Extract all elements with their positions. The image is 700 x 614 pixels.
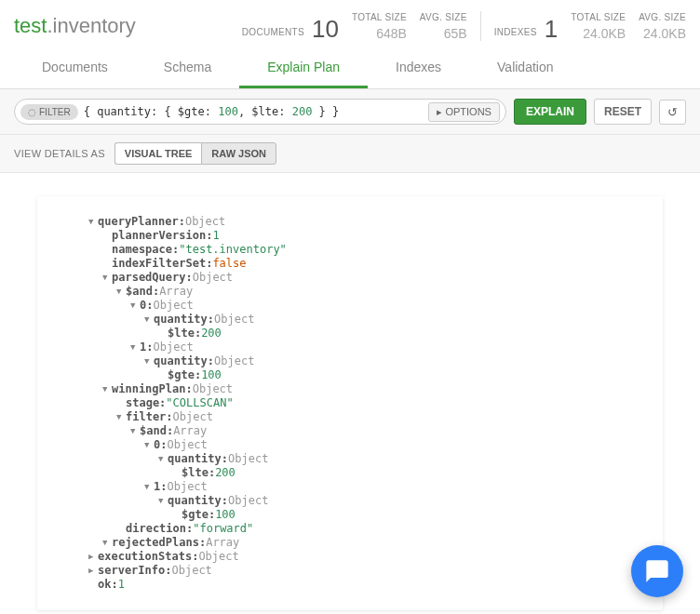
json-row[interactable]: 0: Object <box>51 438 649 452</box>
tab-indexes[interactable]: Indexes <box>368 48 469 88</box>
json-row[interactable]: 1: Object <box>51 340 649 354</box>
chevron-down-icon[interactable] <box>130 300 140 311</box>
json-row[interactable]: parsedQuery: Object <box>51 271 649 285</box>
json-row[interactable]: filter: Object <box>51 410 649 424</box>
chevron-down-icon[interactable] <box>130 342 140 353</box>
chevron-down-icon[interactable] <box>144 440 154 450</box>
filter-badge: ◌ FILTER <box>20 104 78 120</box>
namespace-db: test <box>14 14 47 37</box>
chevron-down-icon[interactable] <box>102 273 112 283</box>
indexes-label: INDEXES <box>494 27 537 37</box>
indexes-count: 1 <box>545 17 558 41</box>
documents-count: 10 <box>312 17 339 41</box>
tabs-bar: Documents Schema Explain Plan Indexes Va… <box>0 48 700 89</box>
documents-label: DOCUMENTS <box>242 27 304 37</box>
json-row[interactable]: $and: Array <box>51 285 649 299</box>
json-row[interactable]: $gte: 100 <box>51 508 649 522</box>
chevron-down-icon[interactable] <box>88 217 98 227</box>
chevron-down-icon[interactable] <box>158 496 168 506</box>
tab-schema[interactable]: Schema <box>136 48 239 88</box>
chevron-down-icon[interactable] <box>130 426 140 436</box>
chevron-right-icon[interactable] <box>88 566 98 576</box>
json-row[interactable]: namespace: "test.inventory" <box>51 243 649 257</box>
json-row[interactable]: executionStats: Object <box>51 550 649 564</box>
reset-button[interactable]: RESET <box>594 99 652 125</box>
json-row[interactable]: $and: Array <box>51 424 649 438</box>
chevron-down-icon[interactable] <box>102 384 112 394</box>
docs-avg-size-label: AVG. SIZE <box>420 12 467 22</box>
chevron-down-icon[interactable] <box>158 454 168 464</box>
history-icon: ↺ <box>667 105 678 119</box>
filter-clock-icon: ◌ <box>28 107 36 117</box>
options-button[interactable]: ▸ OPTIONS <box>428 102 500 122</box>
filter-bar: ◌ FILTER { quantity: { $gte: 100, $lte: … <box>0 89 700 135</box>
namespace-label: test.inventory <box>14 14 136 38</box>
view-details-label: VIEW DETAILS AS <box>14 148 105 159</box>
view-raw-json-button[interactable]: RAW JSON <box>201 142 276 165</box>
json-row[interactable]: 0: Object <box>51 299 649 313</box>
json-row[interactable]: rejectedPlans: Array <box>51 536 649 550</box>
caret-right-icon: ▸ <box>437 106 442 118</box>
json-row[interactable]: direction: "forward" <box>51 522 649 536</box>
idx-avg-size: 24.0KB <box>643 26 686 41</box>
json-row[interactable]: indexFilterSet: false <box>51 257 649 271</box>
chevron-down-icon[interactable] <box>116 287 126 297</box>
tab-explain-plan[interactable]: Explain Plan <box>239 48 368 88</box>
json-row[interactable]: quantity: Object <box>51 494 649 508</box>
chevron-down-icon[interactable] <box>102 538 112 548</box>
chat-icon <box>644 558 670 584</box>
tab-validation[interactable]: Validation <box>469 48 581 88</box>
explain-button[interactable]: EXPLAIN <box>514 99 586 125</box>
header-bar: test.inventory DOCUMENTS 10 TOTAL SIZE 6… <box>0 0 700 48</box>
history-button[interactable]: ↺ <box>659 100 686 125</box>
json-row[interactable]: quantity: Object <box>51 313 649 327</box>
docs-avg-size: 65B <box>444 26 467 41</box>
json-row[interactable]: queryPlanner: Object <box>51 215 649 229</box>
stats-divider <box>480 11 481 41</box>
chevron-down-icon[interactable] <box>144 482 154 492</box>
filter-query-text[interactable]: { quantity: { $gte: 100, $lte: 200 } } <box>84 105 425 118</box>
json-row[interactable]: $gte: 100 <box>51 368 649 382</box>
filter-input[interactable]: ◌ FILTER { quantity: { $gte: 100, $lte: … <box>14 99 506 125</box>
chevron-down-icon[interactable] <box>116 412 126 422</box>
idx-total-size: 24.0KB <box>583 26 626 41</box>
json-row[interactable]: ok: 1 <box>51 578 649 592</box>
json-row[interactable]: stage: "COLLSCAN" <box>51 396 649 410</box>
chevron-down-icon[interactable] <box>144 356 154 367</box>
docs-total-size-label: TOTAL SIZE <box>352 12 407 22</box>
json-row[interactable]: $lte: 200 <box>51 327 649 340</box>
json-output-panel: queryPlanner: Object plannerVersion: 1 n… <box>37 196 663 610</box>
json-row[interactable]: $lte: 200 <box>51 466 649 480</box>
idx-total-size-label: TOTAL SIZE <box>571 12 626 22</box>
json-row[interactable]: plannerVersion: 1 <box>51 229 649 243</box>
json-row[interactable]: serverInfo: Object <box>51 564 649 578</box>
chevron-right-icon[interactable] <box>88 552 98 562</box>
json-row[interactable]: quantity: Object <box>51 452 649 466</box>
view-toggle-bar: VIEW DETAILS AS VISUAL TREE RAW JSON <box>0 135 700 173</box>
chat-fab-button[interactable] <box>631 545 683 597</box>
json-row[interactable]: winningPlan: Object <box>51 382 649 396</box>
json-row[interactable]: quantity: Object <box>51 354 649 368</box>
idx-avg-size-label: AVG. SIZE <box>639 12 686 22</box>
json-row[interactable]: 1: Object <box>51 480 649 494</box>
view-visual-tree-button[interactable]: VISUAL TREE <box>114 142 202 165</box>
docs-total-size: 648B <box>376 26 407 41</box>
chevron-down-icon[interactable] <box>144 314 154 325</box>
tab-documents[interactable]: Documents <box>14 48 136 88</box>
namespace-collection: inventory <box>53 14 136 37</box>
